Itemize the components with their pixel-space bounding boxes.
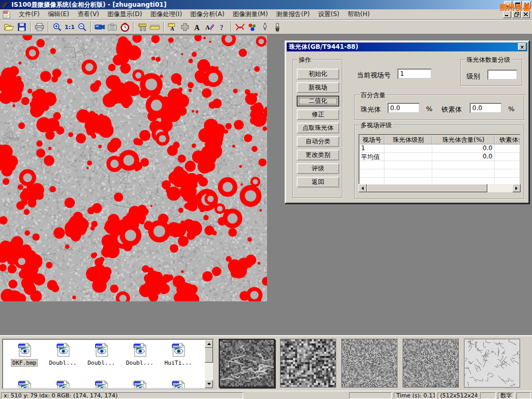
auto-classify-button[interactable]: 自动分类 [297,136,339,147]
file-item[interactable]: BMPHuiTi... [160,342,196,366]
col-pearlite-content[interactable]: 珠光体含量(%) [432,135,495,144]
timer-button[interactable] [118,21,131,33]
table-row[interactable]: 1 0.0 [360,144,520,153]
video-camera-icon [95,23,105,31]
caliper-button[interactable] [136,21,149,33]
pearlite-percent-input[interactable] [388,103,420,113]
thumbnail-4[interactable] [403,339,459,388]
col-field-number[interactable]: 视场号 [360,135,384,144]
file-item[interactable]: BMP [122,379,158,389]
init-button[interactable]: 初始化 [297,69,339,79]
file-item[interactable]: BMP [6,379,43,389]
menu-item-settings[interactable]: 设置(S) [314,9,343,20]
scroll-up-arrow[interactable] [205,340,213,348]
pearlite-label: 珠光体 [361,105,381,114]
pick-pearlite-button[interactable]: 点取珠光体 [297,123,339,134]
file-name[interactable]: HuiTi... [164,360,193,366]
classify-balls-button[interactable] [246,21,259,33]
correct-button[interactable]: 修正 [297,109,339,120]
menu-item-view[interactable]: 查看(V) [73,9,103,20]
pen-button[interactable] [259,21,271,33]
scrollbar-thumb[interactable] [205,348,213,363]
level-input[interactable] [487,70,517,80]
file-item[interactable]: BMPDKF.bmp [6,342,43,366]
scroll-down-arrow[interactable] [205,380,213,388]
dialog-title-bar[interactable]: 珠光体(GB/T9441-88) [287,43,527,51]
scrollbar-track[interactable] [487,184,512,192]
print-button[interactable] [33,21,46,33]
table-row[interactable]: 平均值 0.0 [360,153,520,161]
change-class-button[interactable]: 更改类别 [297,150,339,161]
current-field-input[interactable] [397,69,432,79]
dialog-close-button[interactable]: × [518,43,526,50]
file-item[interactable]: BMPDoubl... [45,342,81,366]
text-button[interactable]: A [191,21,204,33]
multifield-group-label: 多视场评级 [359,121,393,130]
file-name[interactable]: Doubl... [87,360,116,366]
help-button[interactable]: ? [216,21,229,33]
ruler-button[interactable] [149,21,161,33]
cut-curve-button[interactable] [234,21,246,33]
level-label: 级别 [467,72,480,81]
camera-capture-button[interactable] [106,21,118,33]
open-file-button[interactable] [3,21,16,33]
zoom-out-button[interactable] [76,21,88,33]
thumbnail-5[interactable] [464,339,520,388]
annotate-button[interactable]: A [204,21,216,33]
file-item[interactable]: BMP [83,379,119,389]
scroll-left-arrow[interactable] [358,184,367,192]
menu-item-image-process[interactable]: 图像处理(I) [146,9,186,20]
file-item[interactable]: BMPDoubl... [122,342,158,366]
svg-text:BMP: BMP [135,382,141,385]
file-item[interactable]: BMP [45,379,81,389]
thumbnail-2[interactable] [280,339,336,388]
file-vscrollbar[interactable] [205,340,213,388]
svg-text:BMP: BMP [96,345,103,348]
scrollbar-thumb[interactable] [367,184,487,192]
document-icon[interactable]: DOC [2,10,11,19]
menu-item-help[interactable]: 帮助(H) [343,9,374,20]
file-name[interactable]: Doubl... [48,360,78,366]
measure-label-button[interactable]: A [166,21,179,33]
file-name[interactable]: DKF.bmp [11,360,37,366]
actual-size-icon: 1:1 [64,24,75,31]
col-pearlite-grade[interactable]: 珠光体级别 [384,135,432,144]
return-button[interactable]: 返回 [297,177,339,188]
brush-button[interactable] [271,21,284,33]
binarize-button[interactable]: 二值化 [297,96,339,107]
video-camera-button[interactable] [94,21,106,33]
menu-item-image-measure[interactable]: 图像测量(M) [229,9,272,20]
status-empty-panel [349,392,392,399]
table-hscrollbar[interactable] [358,184,521,192]
actual-size-button[interactable]: 1:1 [63,21,76,33]
scroll-right-arrow[interactable] [512,184,521,192]
status-empty-panel [480,392,496,399]
file-browser[interactable]: BMPDKF.bmp BMPDoubl... BMPDoubl... BMPDo… [2,339,214,389]
menu-item-image-display[interactable]: 图像显示(D) [103,9,147,20]
metallograph-image[interactable] [0,35,267,301]
annotate-icon: A [205,23,215,31]
thumbnail-1[interactable] [219,339,275,388]
toolbar-separator [30,22,31,32]
print-icon [35,23,44,31]
zoom-in-button[interactable] [51,21,63,33]
file-item[interactable]: BMP [160,379,196,389]
zoom-out-icon [78,23,86,31]
ferrite-percent-input[interactable] [470,103,502,113]
new-field-button[interactable]: 新视场 [297,82,339,93]
ferrite-label: 铁素体 [442,105,462,114]
merge-cross-button[interactable] [179,21,191,33]
menu-item-image-analysis[interactable]: 图像分析(A) [186,9,229,20]
operations-group-label: 操作 [297,56,313,64]
col-ferrite-content[interactable]: 铁素体含量(%) [495,135,521,144]
menu-item-measure-report[interactable]: 测量报告(P) [272,9,314,20]
menu-item-file[interactable]: 文件(F) [15,9,44,20]
thumbnail-3[interactable] [341,339,397,388]
title-bar: IS100显微摄像系统(金相分析版) - [zhuguangti01] [0,0,532,9]
rate-button[interactable]: 评级 [297,163,339,174]
file-name[interactable]: Doubl... [125,360,155,366]
menu-item-edit[interactable]: 编辑(E) [44,9,73,20]
file-item[interactable]: BMPDoubl... [83,342,119,366]
save-button[interactable] [16,21,28,33]
pearlite-dialog: 珠光体(GB/T9441-88) × 操作 初始化 新视场 二值化 修正 点取珠… [285,41,529,204]
